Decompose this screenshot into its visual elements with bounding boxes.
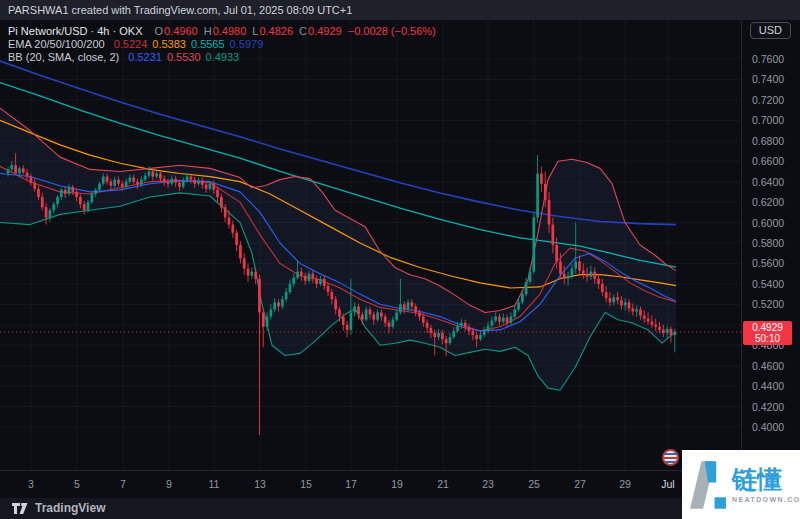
symbol-title[interactable]: Pi Network/USD · 4h · OKX bbox=[8, 25, 142, 37]
candle-body bbox=[41, 197, 44, 207]
ema-indicator-label[interactable]: EMA 20/50/100/200 bbox=[8, 38, 105, 50]
chart-canvas[interactable] bbox=[0, 20, 741, 470]
time-tick-label: 27 bbox=[565, 478, 595, 490]
candle-body bbox=[635, 309, 638, 311]
price-tick-label: 0.5600 bbox=[752, 257, 784, 269]
candle-body bbox=[411, 302, 414, 306]
candle-body bbox=[586, 274, 589, 277]
price-tick-label: 0.6000 bbox=[752, 217, 784, 229]
candle-body bbox=[296, 272, 299, 278]
candle-body bbox=[597, 279, 600, 284]
bb-upper-value: 0.5530 bbox=[167, 51, 201, 63]
time-tick-label: 29 bbox=[610, 478, 640, 490]
ema50-value: 0.5383 bbox=[152, 38, 186, 50]
candle-body bbox=[75, 192, 78, 197]
candle-body bbox=[148, 171, 151, 175]
candle-body bbox=[529, 272, 532, 282]
price-tick-label: 0.5200 bbox=[752, 298, 784, 310]
candle-body bbox=[140, 180, 143, 185]
price-tick-label: 0.7200 bbox=[752, 94, 784, 106]
candle-body bbox=[190, 177, 193, 180]
candle-body bbox=[289, 284, 292, 292]
candle-body bbox=[304, 276, 307, 281]
candle-body bbox=[71, 187, 74, 192]
candle-body bbox=[319, 279, 322, 284]
candle-body bbox=[338, 309, 341, 316]
candle-body bbox=[494, 317, 497, 321]
candle-body bbox=[502, 318, 505, 322]
candle-body bbox=[479, 335, 482, 339]
candle-body bbox=[90, 194, 93, 202]
avatar-icon bbox=[662, 449, 679, 466]
candle-body bbox=[456, 326, 459, 331]
snapshot-header: PARSHWA1 created with TradingView.com, J… bbox=[0, 0, 800, 20]
ema20-value: 0.5224 bbox=[114, 38, 148, 50]
candle-body bbox=[170, 179, 173, 184]
price-tick-label: 0.6600 bbox=[752, 155, 784, 167]
candle-body bbox=[506, 318, 509, 323]
candle-body bbox=[94, 190, 97, 194]
bar-countdown: 50:10 bbox=[743, 333, 792, 344]
candle-body bbox=[193, 180, 196, 184]
price-axis[interactable]: USD 0.4929 50:10 0.76000.74000.72000.700… bbox=[741, 20, 800, 496]
candle-body bbox=[186, 177, 189, 181]
candle-body bbox=[342, 317, 345, 325]
candle-body bbox=[22, 168, 25, 172]
candle-body bbox=[209, 184, 212, 189]
tradingview-logo-icon[interactable] bbox=[12, 503, 29, 514]
candle-body bbox=[155, 173, 158, 176]
close-label: C bbox=[299, 25, 307, 37]
candle-body bbox=[517, 302, 520, 309]
candle-body bbox=[574, 261, 577, 268]
candle-body bbox=[270, 309, 273, 316]
candle-body bbox=[498, 317, 501, 322]
candle-body bbox=[235, 233, 238, 245]
candle-body bbox=[113, 180, 116, 186]
candle-body bbox=[651, 322, 654, 325]
candle-body bbox=[628, 302, 631, 308]
candle-body bbox=[258, 279, 261, 313]
candle-body bbox=[609, 298, 612, 302]
open-label: O bbox=[154, 25, 163, 37]
candle-body bbox=[430, 328, 433, 333]
candle-body bbox=[582, 271, 585, 274]
time-tick-label: 3 bbox=[16, 478, 46, 490]
candle-body bbox=[56, 197, 59, 204]
time-tick-label: 11 bbox=[199, 478, 229, 490]
tradingview-attribution[interactable]: TradingView bbox=[35, 501, 105, 515]
candle-body bbox=[369, 309, 372, 314]
ema200-value: 0.5979 bbox=[230, 38, 264, 50]
candle-body bbox=[647, 319, 650, 322]
candle-body bbox=[407, 302, 410, 309]
candle-body bbox=[87, 202, 90, 210]
candle-body bbox=[403, 304, 406, 309]
candle-body bbox=[471, 331, 474, 335]
price-tick-label: 0.5400 bbox=[752, 278, 784, 290]
tradingview-snapshot: PARSHWA1 created with TradingView.com, J… bbox=[0, 0, 800, 519]
price-tick-label: 0.7600 bbox=[752, 53, 784, 65]
candle-body bbox=[631, 308, 634, 311]
candle-body bbox=[14, 165, 17, 173]
candle-body bbox=[620, 300, 623, 305]
candle-body bbox=[395, 313, 398, 320]
bb-indicator-label[interactable]: BB (20, SMA, close, 2) bbox=[8, 51, 119, 63]
candle-body bbox=[491, 321, 494, 326]
candle-body bbox=[357, 306, 360, 314]
time-tick-label: 19 bbox=[382, 478, 412, 490]
candle-body bbox=[449, 337, 452, 343]
time-tick-label: 25 bbox=[519, 478, 549, 490]
candle-body bbox=[273, 302, 276, 309]
candle-body bbox=[384, 317, 387, 323]
candle-body bbox=[243, 258, 246, 268]
candle-body bbox=[174, 179, 177, 183]
ema100-value: 0.5565 bbox=[191, 38, 225, 50]
candle-body bbox=[52, 204, 55, 210]
candle-body bbox=[658, 327, 661, 330]
bb-lower-value: 0.4933 bbox=[206, 51, 240, 63]
candle-body bbox=[483, 331, 486, 335]
time-axis[interactable]: 357911131517192123252729Jul bbox=[0, 470, 741, 498]
currency-unit-button[interactable]: USD bbox=[750, 22, 791, 39]
candle-body bbox=[26, 172, 29, 176]
candle-body bbox=[323, 279, 326, 286]
candle-body bbox=[372, 315, 375, 320]
